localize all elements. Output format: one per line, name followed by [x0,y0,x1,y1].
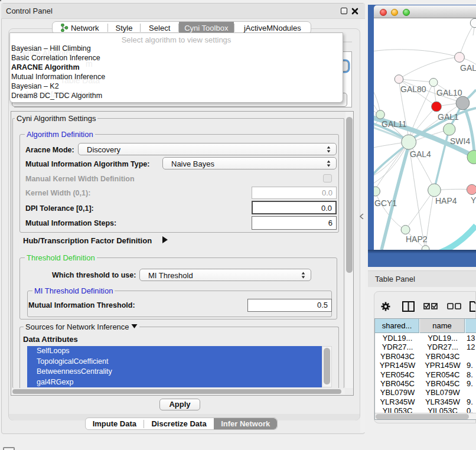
svg-text:GAL10: GAL10 [436,88,462,97]
svg-text:GAL80: GAL80 [400,84,426,94]
svg-text:HAP2: HAP2 [406,234,428,244]
svg-text:Y: Y [471,195,476,205]
svg-text:SWI4: SWI4 [450,136,470,146]
svg-text:GCY1: GCY1 [374,198,397,208]
svg-text:GAL1: GAL1 [438,112,459,122]
svg-text:HAP4: HAP4 [435,196,457,206]
svg-text:GAL8: GAL8 [460,63,476,73]
svg-text:GAL4: GAL4 [410,149,431,159]
svg-text:GAL11: GAL11 [382,119,407,129]
